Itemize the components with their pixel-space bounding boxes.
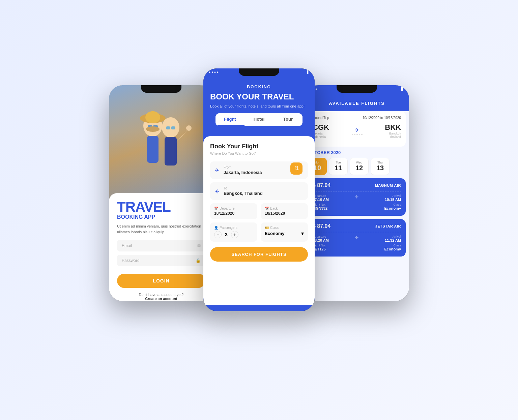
phones-container: TRAVEL BOOKING APP Ut enim ad minim veni… <box>109 68 409 352</box>
booking-app-label: BOOKING APP <box>117 214 205 220</box>
email-field[interactable]: Email ✉ <box>117 240 205 251</box>
search-flights-button[interactable]: SEARCH FOR FLIGHTS <box>210 247 308 262</box>
flight-2-plane-icon: ✈ <box>355 235 359 242</box>
flight-card-1[interactable]: $ 87.04 MAGNUM AIR Departure 07:10 AM ✈ … <box>308 178 406 216</box>
flight-1-number: Flight No. MGN332 <box>313 203 327 210</box>
left-content: TRAVEL BOOKING APP Ut enim ad minim veni… <box>109 193 213 301</box>
flight-2-price: $ 87.04 <box>313 223 330 229</box>
date-pill-thu13[interactable]: Thu 13 <box>371 158 390 175</box>
passengers-field[interactable]: 👤Passengers − 3 + <box>210 222 257 242</box>
center-header: BOOKING BOOK YOUR TRAVEL Book all of you… <box>203 74 315 133</box>
flight-1-class-value: Economy <box>384 206 401 210</box>
trip-type: Round Trip <box>313 116 329 120</box>
phone-right: ● ● ● 17:25 PM ▋ AVAILABLE FLIGHTS Round… <box>305 85 409 301</box>
flight-1-airline: MAGNUM AIR <box>375 183 401 187</box>
departure-field[interactable]: 📅Departure 10/12/2020 <box>210 203 257 219</box>
notch-left <box>141 85 181 93</box>
svg-rect-10 <box>171 126 175 129</box>
flight-1-departure: Departure 07:10 AM <box>313 194 329 202</box>
svg-point-8 <box>162 117 179 138</box>
flight-2-times-row: Departure 08:20 AM ✈ Arrival 11:32 AM <box>313 235 401 242</box>
left-screen: TRAVEL BOOKING APP Ut enim ad minim veni… <box>109 85 213 301</box>
phone-center: ● ● ● ● 17:25 PM ▋ BOOKING BOOK YOUR TRA… <box>203 68 315 311</box>
book-travel-description: Book all of your flights, hotels, and to… <box>210 103 308 109</box>
date-pill-tue11[interactable]: Tue 11 <box>329 158 348 175</box>
route-row: CGK Jakarta Indonesia ✈ BKK Bangkok Thai… <box>313 123 401 139</box>
dest-info: BKK Bangkok Thailand <box>385 123 401 139</box>
dest-code: BKK <box>385 123 401 132</box>
day-num-13: 13 <box>376 164 384 172</box>
flight-card-1-header: $ 87.04 MAGNUM AIR <box>313 182 401 188</box>
pax-row: 👤Passengers − 3 + 🎫Class Economy ▾ <box>210 222 308 242</box>
plane-depart-icon: ✈ <box>215 167 219 173</box>
notch-right <box>337 85 377 93</box>
back-value: 10/15/2020 <box>265 211 304 216</box>
flight-1-arrival: Arrival 10:15 AM <box>385 194 401 202</box>
day-num-11: 11 <box>334 164 343 172</box>
dest-city: Bangkok <box>385 132 401 135</box>
svg-point-13 <box>186 125 192 131</box>
flight-1-arrival-time: 10:15 AM <box>385 198 401 202</box>
from-field[interactable]: ✈ From Jakarta, Indonesia ⇅ <box>210 161 308 179</box>
class-field[interactable]: 🎫Class Economy ▾ <box>261 222 308 242</box>
pax-controls: − 3 + <box>214 231 253 238</box>
phone-left: TRAVEL BOOKING APP Ut enim ad minim veni… <box>109 85 213 301</box>
pax-decrease-button[interactable]: − <box>214 231 222 238</box>
svg-rect-11 <box>165 137 177 166</box>
flight-2-info-row: Flight No. JET125 Class Economy <box>313 244 401 251</box>
class-label: 🎫Class <box>265 226 304 230</box>
password-field[interactable]: Password 🔒 <box>117 255 205 266</box>
login-button[interactable]: LOGIN <box>117 274 205 288</box>
svg-rect-9 <box>166 126 170 129</box>
flight-card-2[interactable]: $ 87.04 JETSTAR AIR Departure 08:20 AM ✈… <box>308 219 406 257</box>
back-field[interactable]: 📅Back 10/15/2020 <box>261 203 308 219</box>
flight-1-divider <box>313 191 401 191</box>
flight-1-times-row: Departure 07:10 AM ✈ Arrival 10:15 AM <box>313 194 401 202</box>
passengers-label: 👤Passengers <box>214 226 253 230</box>
flight-2-departure-time: 08:20 AM <box>313 238 329 242</box>
left-hero <box>109 85 213 200</box>
create-account-link[interactable]: Create an account <box>145 297 177 301</box>
day-name-thu: Thu <box>376 161 384 164</box>
dates-scroll: Mon 10 Tue 11 Wed 12 Thu 13 <box>308 158 406 175</box>
battery-icon: ▋ <box>307 70 309 74</box>
class-select[interactable]: Economy ▾ <box>265 230 304 237</box>
tab-flight[interactable]: Flight <box>215 113 244 126</box>
day-num-12: 12 <box>355 164 364 172</box>
center-body: Book Your Flight Where Do You Want to Go… <box>203 136 315 305</box>
booking-header-label: BOOKING <box>210 85 308 89</box>
date-pill-wed12[interactable]: Wed 12 <box>350 158 369 175</box>
class-value: Economy <box>265 231 285 236</box>
travel-title: TRAVEL <box>117 200 205 214</box>
flight-2-arrival: Arrival 11:32 AM <box>385 235 401 242</box>
swap-button[interactable]: ⇅ <box>290 162 303 175</box>
tab-tour[interactable]: Tour <box>274 113 303 126</box>
to-field[interactable]: ✈ To Bangkok, Thailand <box>210 182 308 200</box>
right-header: AVAILABLE FLIGHTS <box>305 91 409 111</box>
hero-background <box>109 85 213 200</box>
back-label: 📅Back <box>265 207 304 210</box>
month-label: OCTOBER 2020 <box>308 150 406 155</box>
flight-2-airline: JETSTAR AIR <box>375 224 401 228</box>
day-name-tue: Tue <box>334 161 343 164</box>
to-value: Bangkok, Thailand <box>224 191 303 196</box>
flight-card-2-header: $ 87.04 JETSTAR AIR <box>313 223 401 229</box>
svg-point-7 <box>146 126 160 132</box>
lock-icon: 🔒 <box>196 258 201 263</box>
departure-value: 10/12/2020 <box>214 211 253 216</box>
flight-2-departure: Departure 08:20 AM <box>313 235 329 242</box>
flight-1-departure-time: 07:10 AM <box>313 198 329 202</box>
tab-hotel[interactable]: Hotel <box>244 113 274 126</box>
plane-land-icon: ✈ <box>215 188 219 194</box>
flight-2-divider <box>313 232 401 232</box>
dots-line <box>352 134 363 135</box>
flight-2-class-value: Economy <box>384 247 401 251</box>
flight-1-class: Class Economy <box>384 203 401 210</box>
flight-1-price: $ 87.04 <box>313 182 330 188</box>
right-screen: ● ● ● 17:25 PM ▋ AVAILABLE FLIGHTS Round… <box>305 85 409 301</box>
route-arrow: ✈ <box>352 126 363 135</box>
tabs-row: Flight Hotel Tour <box>215 113 303 126</box>
trip-dates: 10/12/2020 to 10/15/2020 <box>363 116 401 120</box>
to-label: To <box>224 186 303 190</box>
pax-increase-button[interactable]: + <box>231 231 238 238</box>
